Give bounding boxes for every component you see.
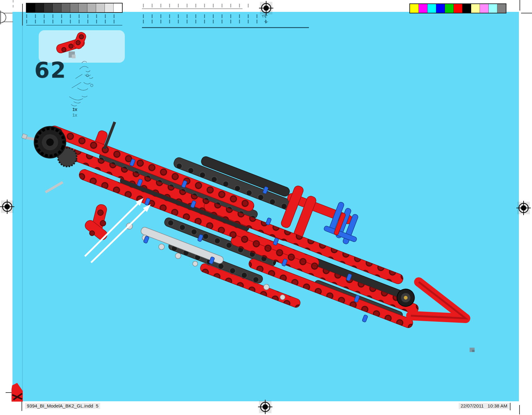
blue-lever-assembly	[322, 200, 367, 247]
footer-timestamp: 22/07/2011 10:38 AM	[459, 403, 509, 409]
model-illustration	[0, 0, 532, 415]
scan-artifact	[470, 348, 475, 352]
main-assembly	[0, 87, 489, 366]
footer-filename: 9394_BI_ModelA_BK2_GL.indd 5	[25, 403, 100, 409]
scanned-instruction-page: 62 1x 1x	[0, 0, 532, 415]
corner-bleed-artifact	[12, 383, 23, 402]
